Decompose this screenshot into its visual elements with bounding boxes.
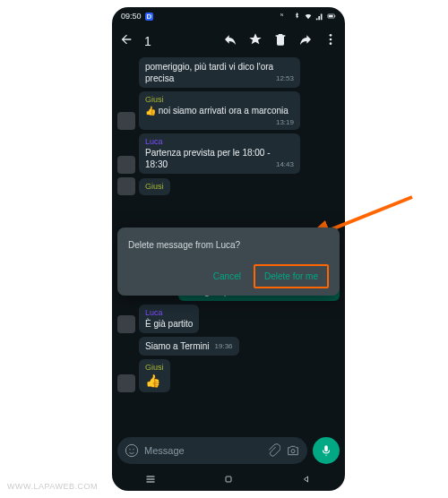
delete-dialog: Delete message from Luca? Cancel Delete … (117, 228, 340, 296)
svg-point-6 (330, 42, 332, 45)
message-row[interactable]: LucaÈ già partito (117, 305, 340, 333)
message-text: Partenza prevista per le 18:00 - 18:30 (145, 148, 271, 169)
message-row[interactable]: LucaPartenza prevista per le 18:00 - 18:… (117, 133, 340, 174)
message-time: 19:36 (215, 342, 233, 350)
status-bar: 09:50 D N (112, 7, 345, 25)
selection-count: 1 (144, 34, 212, 48)
mic-icon (320, 444, 332, 457)
nav-back-button[interactable] (301, 472, 312, 488)
attach-icon[interactable] (266, 443, 280, 458)
nav-bar (112, 469, 345, 491)
avatar[interactable] (117, 177, 135, 195)
svg-point-10 (291, 450, 295, 453)
svg-rect-3 (334, 15, 335, 17)
svg-rect-2 (329, 15, 333, 18)
sender-name: Luca (145, 137, 294, 146)
message-row[interactable]: Giusi👍 (117, 359, 340, 392)
avatar[interactable] (117, 156, 135, 174)
star-button[interactable] (248, 32, 263, 50)
emoji-icon[interactable] (125, 443, 139, 458)
back-button[interactable] (119, 32, 134, 50)
message-text: 👍 (145, 374, 160, 388)
signal-icon (315, 12, 324, 21)
mic-button[interactable] (313, 437, 340, 464)
reply-button[interactable] (223, 32, 237, 50)
chat-area[interactable]: pomeriggio, più tardi vi dico l'ora prec… (112, 57, 345, 432)
svg-text:N: N (280, 13, 283, 17)
cancel-button[interactable]: Cancel (204, 264, 250, 288)
message-text: È già partito (145, 319, 193, 329)
message-time: 14:43 (276, 160, 294, 168)
nav-menu-button[interactable] (145, 472, 156, 488)
message-text: Siamo a Termini (145, 341, 210, 351)
sender-name: Giusi (145, 95, 294, 104)
input-bar: Message (112, 432, 345, 469)
forward-button[interactable] (298, 32, 313, 50)
status-badge: D (145, 13, 154, 21)
status-icons: N (280, 12, 336, 21)
svg-point-8 (129, 449, 130, 450)
message-text: pomeriggio, più tardi vi dico l'ora prec… (145, 62, 273, 83)
message-time: 12:53 (276, 74, 294, 82)
nfc-icon: N (280, 12, 289, 21)
input-placeholder: Message (144, 445, 261, 456)
dialog-title: Delete message from Luca? (128, 240, 329, 250)
phone-frame: 09:50 D N 1 pomeriggio, più tardi vi dic… (112, 7, 345, 491)
avatar[interactable] (117, 112, 135, 130)
sender-name: Giusi (145, 363, 164, 372)
message-row[interactable]: Giusi (117, 177, 340, 195)
svg-point-4 (330, 34, 332, 37)
svg-point-5 (330, 39, 332, 41)
battery-icon (327, 12, 336, 21)
wifi-icon (304, 12, 313, 21)
message-row[interactable]: Giusi👍 noi siamo arrivati ora a marconia… (117, 91, 340, 130)
avatar[interactable] (117, 374, 135, 392)
nav-home-button[interactable] (223, 472, 234, 488)
camera-icon[interactable] (286, 443, 300, 458)
svg-point-7 (125, 444, 137, 456)
more-button[interactable] (323, 32, 338, 50)
message-row[interactable]: pomeriggio, più tardi vi dico l'ora prec… (117, 57, 340, 88)
status-time: 09:50 (121, 12, 142, 21)
message-text: 👍 noi siamo arrivati ora a marconia (145, 106, 289, 116)
svg-rect-11 (226, 477, 231, 482)
avatar[interactable] (117, 315, 135, 333)
message-row[interactable]: Siamo a Termini19:36 (117, 337, 340, 356)
sender-name: Luca (145, 308, 193, 317)
selection-toolbar: 1 (112, 25, 345, 57)
delete-button[interactable] (273, 32, 288, 50)
delete-for-me-button[interactable]: Delete for me (254, 264, 329, 288)
message-input[interactable]: Message (117, 437, 307, 464)
watermark: WWW.LAPAWEB.COM (7, 482, 98, 491)
bluetooth-icon (292, 12, 301, 21)
sender-name: Giusi (145, 182, 164, 191)
svg-point-9 (133, 449, 134, 450)
message-time: 13:19 (276, 118, 294, 126)
